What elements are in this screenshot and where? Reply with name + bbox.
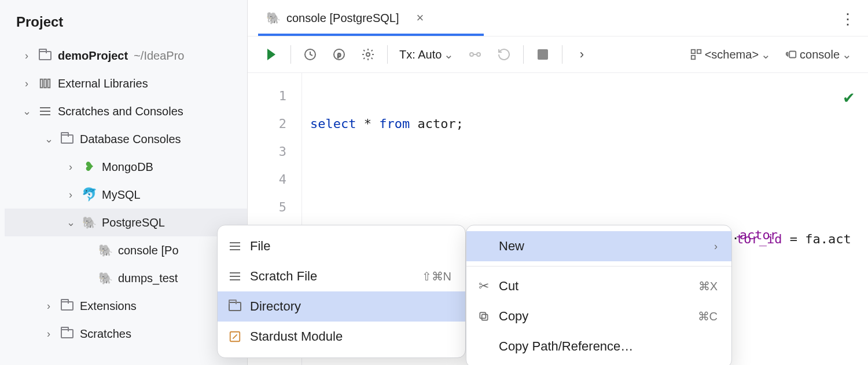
chevron-down-icon: ⌄ xyxy=(842,48,852,61)
console-toolbar: p Tx: Auto ⌄ › <schema> ⌄ con xyxy=(248,36,868,73)
tree-label: Scratches and Consoles xyxy=(58,105,183,118)
inspection-ok-icon[interactable]: ✔ xyxy=(843,89,855,107)
svg-rect-16 xyxy=(480,312,486,318)
chevron-right-icon[interactable]: › xyxy=(19,50,35,62)
tree-label: MySQL xyxy=(102,188,141,202)
tx-mode-dropdown[interactable]: Tx: Auto ⌄ xyxy=(393,48,459,61)
close-icon[interactable]: × xyxy=(417,10,424,25)
menu-cut[interactable]: ✂ Cut ⌘X xyxy=(466,271,731,301)
history-icon[interactable] xyxy=(297,41,323,68)
shortcut: ⇧⌘N xyxy=(399,269,451,283)
menu-label: Copy Path/Reference… xyxy=(499,339,633,354)
chevron-down-icon[interactable]: ⌄ xyxy=(62,216,79,229)
explain-plan-icon[interactable]: p xyxy=(326,41,352,68)
tree-mysql[interactable]: › 🐬 MySQL xyxy=(5,181,247,209)
mongodb-icon: ❥ xyxy=(81,159,97,175)
tree-label: console [Po xyxy=(118,244,179,257)
chevron-right-icon[interactable]: › xyxy=(62,189,79,201)
menu-label: File xyxy=(250,239,270,254)
svg-rect-1 xyxy=(44,79,46,88)
separator xyxy=(523,45,524,64)
line-number: 4 xyxy=(248,166,286,194)
menu-label: Directory xyxy=(250,299,301,314)
project-tree: › demoProject ~/IdeaPro › External Libra… xyxy=(0,42,247,348)
tree-project-root[interactable]: › demoProject ~/IdeaPro xyxy=(5,42,247,70)
shortcut: ⌘X xyxy=(675,279,718,293)
overflow-chevron-icon[interactable]: › xyxy=(568,41,595,68)
chevron-right-icon: › xyxy=(714,240,718,253)
menu-new-file[interactable]: File xyxy=(218,231,465,261)
svg-rect-10 xyxy=(691,50,694,53)
folder-icon xyxy=(59,326,75,342)
more-vertical-icon[interactable]: ⋮ xyxy=(840,10,855,28)
menu-copy[interactable]: Copy ⌘C xyxy=(466,301,731,331)
chevron-down-icon[interactable]: ⌄ xyxy=(19,105,35,118)
run-button[interactable] xyxy=(258,41,285,68)
tree-scratches-root[interactable]: ⌄ Scratches and Consoles xyxy=(5,97,247,125)
scratch-file-icon xyxy=(227,272,243,280)
tree-mongodb[interactable]: › ❥ MongoDB xyxy=(5,153,247,181)
project-name: demoProject xyxy=(58,49,128,63)
tree-extensions[interactable]: › Extensions xyxy=(5,292,247,320)
tab-label: console [PostgreSQL] xyxy=(286,12,399,25)
mysql-icon: 🐬 xyxy=(81,187,97,203)
svg-rect-13 xyxy=(789,52,796,58)
context-menu: New › ✂ Cut ⌘X Copy ⌘C Copy Path/Referen… xyxy=(466,225,732,365)
chevron-right-icon[interactable]: › xyxy=(41,300,57,312)
tree-postgresql[interactable]: ⌄ 🐘 PostgreSQL xyxy=(5,209,247,236)
commit-icon[interactable] xyxy=(462,41,488,68)
chevron-right-icon[interactable]: › xyxy=(62,161,79,173)
line-number: 2 xyxy=(248,110,286,138)
chevron-right-icon[interactable]: › xyxy=(41,328,57,340)
chevron-right-icon[interactable]: › xyxy=(19,78,35,90)
tree-label: External Libraries xyxy=(58,77,148,90)
chevron-down-icon: ⌄ xyxy=(444,48,454,61)
menu-directory[interactable]: Directory xyxy=(218,291,465,322)
tree-label: Scratches xyxy=(80,327,131,341)
postgresql-icon: 🐘 xyxy=(266,11,281,25)
folder-icon xyxy=(59,131,75,147)
session-chooser[interactable]: console ⌄ xyxy=(779,48,858,61)
library-icon xyxy=(37,75,53,92)
module-edit-icon xyxy=(227,330,243,343)
svg-point-8 xyxy=(477,53,480,56)
session-label: console xyxy=(800,48,840,61)
rollback-icon[interactable] xyxy=(491,41,517,68)
svg-rect-0 xyxy=(41,79,43,88)
new-submenu: File Scratch File ⇧⌘N Directory Stardust… xyxy=(217,225,466,358)
menu-copy-path[interactable]: Copy Path/Reference… xyxy=(466,331,731,362)
project-path: ~/IdeaPro xyxy=(134,49,184,63)
cut-icon: ✂ xyxy=(476,279,492,294)
code-fragment: tor_id = fa.act xyxy=(736,232,851,246)
menu-scratch-file[interactable]: Scratch File ⇧⌘N xyxy=(218,261,465,291)
tree-dumps-file[interactable]: 🐘 dumps_test xyxy=(5,264,247,292)
schema-chooser[interactable]: <schema> ⌄ xyxy=(684,48,777,61)
schema-label: <schema> xyxy=(705,48,759,61)
tree-external-libraries[interactable]: › External Libraries xyxy=(5,70,247,97)
svg-text:p: p xyxy=(337,51,341,58)
postgresql-icon: 🐘 xyxy=(97,270,113,286)
menu-stardust-module[interactable]: Stardust Module xyxy=(218,322,465,352)
separator xyxy=(290,45,291,64)
menu-new[interactable]: New › xyxy=(466,231,731,261)
menu-label: Cut xyxy=(499,279,518,294)
tree-label: Database Consoles xyxy=(80,133,181,146)
scratches-icon xyxy=(37,103,53,119)
menu-separator xyxy=(466,266,731,267)
settings-icon[interactable] xyxy=(355,41,381,68)
chevron-down-icon[interactable]: ⌄ xyxy=(41,133,57,145)
svg-rect-12 xyxy=(691,56,694,59)
menu-label: Stardust Module xyxy=(250,329,343,344)
project-title: Project xyxy=(0,0,247,42)
separator xyxy=(387,45,388,64)
shortcut: ⌘C xyxy=(675,309,718,323)
menu-label: Scratch File xyxy=(250,269,317,284)
tree-console-file[interactable]: 🐘 console [Po xyxy=(5,236,247,264)
tree-scratches-folder[interactable]: › Scratches xyxy=(5,320,247,348)
copy-icon xyxy=(476,311,492,322)
tree-db-consoles[interactable]: ⌄ Database Consoles xyxy=(5,125,247,153)
tree-label: MongoDB xyxy=(102,160,153,174)
stop-button[interactable] xyxy=(529,41,556,68)
project-tool-window: Project › demoProject ~/IdeaPro › Extern… xyxy=(0,0,248,365)
editor-tab-console[interactable]: 🐘 console [PostgreSQL] × xyxy=(258,1,432,35)
